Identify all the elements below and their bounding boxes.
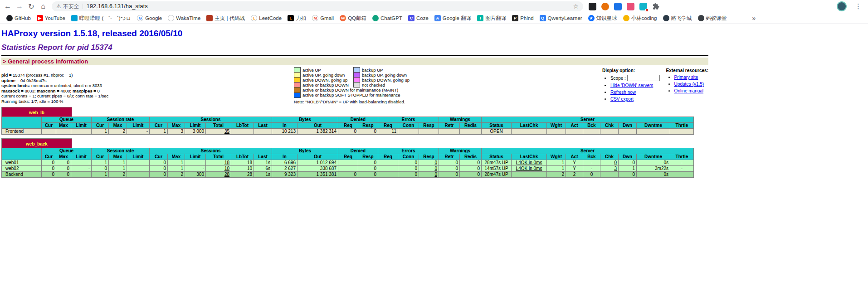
legend-row: active or backup DOWNnot checked: [294, 83, 414, 88]
bookmarks-overflow-chevron[interactable]: »: [752, 15, 756, 22]
url-text[interactable]: 192.168.6.131/ha_stats: [87, 3, 148, 10]
qwerty-learner-favicon: Q: [540, 15, 546, 21]
stat-cell: Y: [566, 160, 583, 165]
bookmark-item[interactable]: WakaTime: [168, 15, 200, 21]
bookmark-item[interactable]: 路飞学城: [663, 15, 692, 22]
bookmark-item[interactable]: 蚂蚁课堂: [698, 15, 727, 22]
stat-cell: 18: [206, 160, 231, 165]
stat-cell: -: [583, 165, 600, 171]
menu-kebab-icon[interactable]: ⋮: [853, 2, 863, 10]
column-header-denied-req: Req: [338, 122, 358, 128]
extension-orange-icon[interactable]: [601, 3, 609, 10]
security-warning-icon[interactable]: ⚠: [56, 3, 61, 10]
extension-blue-icon[interactable]: [614, 3, 622, 10]
legend-swatch: [353, 78, 360, 83]
bookmark-label: Phind: [520, 15, 533, 21]
column-header-bytes-out: Out: [297, 154, 338, 160]
option-link-refresh-now[interactable]: Refresh now: [610, 90, 636, 95]
extension-screenshot-icon[interactable]: [589, 3, 596, 10]
extensions-puzzle-icon[interactable]: [652, 3, 659, 10]
address-bar[interactable]: ⚠ 不安全 192.168.6.131/ha_stats ☆: [52, 1, 583, 11]
bookmark-label: 图片翻译: [485, 15, 506, 22]
bookmark-item[interactable]: 小林coding: [623, 15, 657, 22]
bookmark-item[interactable]: ★知识星球: [588, 15, 617, 22]
stat-cell: 1: [547, 165, 566, 171]
legend-swatch: [353, 68, 360, 73]
stat-cell: 1: [92, 128, 109, 134]
extension-pink-icon[interactable]: [627, 3, 634, 10]
bookmark-item[interactable]: ChatGPT: [372, 15, 402, 21]
forward-button[interactable]: →: [14, 0, 25, 12]
column-header-server-thrtle: Thrtle: [670, 154, 694, 160]
stat-cell: 10 213: [272, 128, 297, 134]
bookmark-item[interactable]: L力扣: [288, 15, 306, 22]
stat-cell: [127, 171, 150, 177]
column-header-errors-req: Req: [378, 154, 398, 160]
column-group-errors: Errors: [378, 148, 439, 154]
bookmark-label: 知识星球: [596, 15, 617, 22]
scope-input[interactable]: [627, 75, 660, 81]
legend-label: not checked: [360, 83, 414, 88]
external-resources-title: External resources:: [666, 68, 708, 73]
bookmark-label: 蚂蚁课堂: [706, 15, 727, 22]
stat-cell: 0: [338, 171, 358, 177]
page-title[interactable]: HAProxy version 1.5.18, released 2016/05…: [1, 29, 708, 39]
proxy-name-link-web-back[interactable]: web_back: [26, 141, 48, 146]
status-cell: 28m47s UP: [482, 160, 512, 165]
column-group-sessions: Sessions: [150, 148, 272, 154]
option-link-hide-down-servers[interactable]: Hide 'DOWN' servers: [610, 83, 653, 88]
column-header-sessions-lbtot: LbTot: [231, 122, 254, 128]
bookmark-item[interactable]: GitHub: [6, 15, 31, 21]
column-group-session-rate: Session rate: [92, 117, 150, 122]
list-item: Refresh now: [610, 90, 660, 95]
bookmark-item[interactable]: ▶YouTube: [37, 15, 65, 21]
bilibili-favicon: [71, 15, 78, 21]
stats-row-frontend: Frontend12-133 0003510 2131 382 3140011O…: [2, 128, 694, 134]
stat-cell: -: [127, 128, 150, 134]
stat-cell: 0: [419, 171, 439, 177]
resource-link-online-manual[interactable]: Online manual: [674, 88, 703, 93]
stat-cell: 0: [42, 165, 56, 171]
column-header-session-rate-cur: Cur: [92, 154, 109, 160]
column-header-queue-cur: Cur: [42, 122, 56, 128]
bookmark-item[interactable]: 哔哩哔哩 ( ゜- ゜)つロ: [71, 15, 131, 22]
resource-link-primary-site[interactable]: Primary site: [674, 75, 698, 80]
bookmark-item[interactable]: MGmail: [312, 15, 334, 21]
bookmark-item[interactable]: AGoogle 翻译: [434, 15, 471, 22]
reload-button[interactable]: ↻: [25, 0, 37, 12]
bookmark-item[interactable]: 主页 | 代码战: [206, 15, 245, 22]
bookmark-item[interactable]: GGoogle: [137, 15, 162, 21]
column-header-errors-resp: Resp: [419, 122, 439, 128]
legend-label: active UP: [301, 68, 354, 73]
bookmark-item[interactable]: ✉QQ邮箱: [340, 15, 366, 22]
column-group-session-rate: Session rate: [92, 148, 150, 154]
profile-avatar[interactable]: [837, 1, 847, 11]
bookmark-label: 路飞学城: [671, 15, 692, 22]
home-button[interactable]: ⌂: [37, 0, 49, 12]
column-header-session-rate-limit: Limit: [127, 154, 150, 160]
resource-link-updates-v1-5[interactable]: Updates (v1.5): [674, 82, 704, 87]
stat-cell: [338, 160, 358, 165]
bookmark-star-icon[interactable]: ☆: [573, 3, 579, 10]
legend-swatch: [353, 83, 360, 88]
corner-cell: [2, 148, 42, 160]
bookmark-item[interactable]: LLeetCode: [251, 15, 282, 21]
column-header-warnings-retr: Retr: [439, 122, 460, 128]
stat-cell: [398, 128, 419, 134]
column-header-sessions-max: Max: [168, 154, 185, 160]
bookmark-item[interactable]: T图片翻译: [477, 15, 506, 22]
bookmark-item[interactable]: CCoze: [408, 15, 429, 21]
stat-cell: 0: [398, 171, 419, 177]
column-header-warnings-retr: Retr: [439, 154, 460, 160]
security-chip-label[interactable]: 不安全: [63, 3, 79, 10]
proxy-name-link-web-lb[interactable]: web_lb: [29, 110, 44, 115]
option-link-csv-export[interactable]: CSV export: [610, 97, 634, 102]
stat-cell: 0s: [637, 160, 670, 165]
back-button[interactable]: ←: [2, 0, 14, 12]
column-header-queue-limit: Limit: [71, 122, 92, 128]
bookmark-item[interactable]: QQwertyLearner: [540, 15, 582, 21]
bookmark-item[interactable]: PPhind: [512, 15, 533, 21]
column-group-queue: Queue: [42, 117, 92, 122]
extension-teal-badge-icon[interactable]: [639, 3, 647, 10]
haproxy-stats-page: HAProxy version 1.5.18, released 2016/05…: [0, 24, 708, 178]
